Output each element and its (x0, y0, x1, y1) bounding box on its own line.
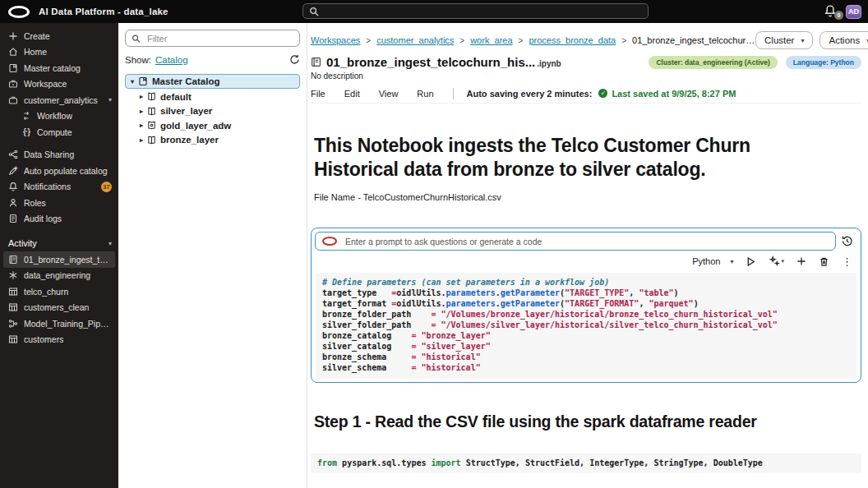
notebook-description: No description (311, 71, 861, 81)
trash-icon (819, 256, 829, 267)
notebook-title-row: 01_bronze_ingest_telcochurn_his... .ipyn… (311, 55, 861, 69)
table-icon (8, 302, 18, 312)
home-icon (8, 47, 18, 57)
notebook-extension: .ipynb (537, 59, 561, 69)
import-code-cell[interactable]: from pyspark.sql.types import StructType… (311, 453, 861, 474)
catalog-filter[interactable] (125, 30, 300, 47)
sidebar-item-data-sharing[interactable]: Data Sharing (0, 147, 118, 163)
sidebar-item-workflow[interactable]: Workflow (0, 108, 118, 125)
app-title: AI Data Platform - data_lake (39, 7, 169, 16)
generate-code-button[interactable]: ▾ (769, 256, 784, 267)
assistant-logo-icon (322, 237, 337, 246)
sidebar-item-create[interactable]: Create (0, 28, 118, 44)
briefcase-icon (8, 79, 18, 89)
cell-more-menu-button[interactable]: ⋮ (842, 256, 852, 267)
activity-item-customers-clean[interactable]: customers_clean (0, 300, 118, 316)
language-badge: Language: Python (786, 56, 861, 69)
global-search-input[interactable] (324, 6, 642, 17)
chevron-down-icon: ▾ (781, 258, 784, 265)
sidebar-item-roles[interactable]: Roles (0, 195, 118, 211)
notebook-icon (8, 255, 18, 265)
sidebar-item-home[interactable]: Home (0, 44, 118, 61)
catalog-show-link[interactable]: Catalog (155, 55, 188, 65)
autosave-label: Auto saving every 2 minutes: (467, 89, 593, 99)
delete-cell-button[interactable] (819, 256, 829, 267)
sidebar-item-audit-logs[interactable]: Audit logs (0, 211, 118, 228)
chevron-down-icon: ▾ (108, 240, 112, 247)
tree-node-default[interactable]: ▸ default (125, 90, 300, 104)
notebook-title: 01_bronze_ingest_telcochurn_his... (326, 55, 535, 69)
tree-node-silver-layer[interactable]: ▸ silver_layer (125, 105, 300, 118)
wand-icon (8, 166, 18, 176)
breadcrumb-workspaces[interactable]: Workspaces (311, 35, 360, 45)
avatar[interactable]: AD (846, 5, 861, 19)
menu-divider (453, 88, 454, 99)
cell-code[interactable]: # Define parameters (can set parameters … (316, 273, 856, 378)
notifications-count-badge: 37 (101, 182, 112, 192)
actions-dropdown-button[interactable]: Actions ▾ (820, 31, 868, 49)
cluster-dropdown-button[interactable]: Cluster ▾ (755, 31, 813, 49)
notebook-badges: Cluster: data_engineering (Active) Langu… (649, 56, 861, 69)
sidebar-item-workspace[interactable]: Workspace (0, 76, 118, 93)
play-icon (746, 256, 756, 267)
run-cell-button[interactable] (746, 256, 756, 267)
menu-edit[interactable]: Edit (344, 89, 360, 99)
history-button[interactable] (836, 235, 857, 247)
sidebar-item-auto-populate-catalog[interactable]: Auto populate catalog (0, 163, 118, 179)
briefcase-icon (8, 95, 18, 105)
person-icon (8, 198, 18, 208)
caret-right-icon[interactable]: ▸ (140, 122, 143, 129)
table-icon (8, 334, 18, 344)
sidebar-item-compute[interactable]: {·} Compute (0, 124, 118, 140)
tree-node-master-catalog[interactable]: ▾ Master Catalog (125, 74, 300, 89)
sidebar-section-activity[interactable]: Activity ▾ (0, 235, 118, 251)
catalog-panel: Show: Catalog ▾ Master Catalog ▸ default… (118, 23, 307, 488)
refresh-button[interactable] (289, 54, 300, 65)
chevron-down-icon: ▾ (730, 258, 733, 265)
breadcrumb-row: Workspaces > customer_analytics > work_a… (311, 30, 861, 51)
add-cell-button[interactable] (796, 256, 806, 266)
last-saved-text: Last saved at 9/9/25, 8:27 PM (612, 89, 736, 99)
global-search[interactable] (302, 3, 649, 19)
caret-down-icon[interactable]: ▾ (131, 78, 134, 85)
notebook-menu-bar: File Edit View Run Auto saving every 2 m… (311, 89, 861, 104)
spark-icon (8, 270, 18, 280)
caret-right-icon[interactable]: ▸ (140, 93, 143, 100)
tree-node-gold-layer-adw[interactable]: ▸ gold_layer_adw (125, 119, 300, 132)
refresh-icon (289, 54, 300, 65)
cell-toolbar: Python ▾ ▾ ⋮ (315, 251, 857, 272)
activity-item-customers[interactable]: customers (0, 332, 118, 348)
activity-item-model-training-pipeline[interactable]: Model_Training_Pipel... (0, 315, 118, 332)
plus-icon (796, 256, 806, 266)
bell-icon (8, 182, 18, 191)
menu-view[interactable]: View (379, 89, 399, 99)
book-icon (147, 136, 156, 145)
app-logo-icon (8, 6, 30, 18)
main-content: Workspaces > customer_analytics > work_a… (307, 23, 868, 488)
activity-item-notebook[interactable]: 01_bronze_ingest_tel... (3, 251, 115, 268)
tree-node-bronze-layer[interactable]: ▸ bronze_layer (125, 134, 300, 147)
bell-count-badge: 0 (834, 11, 843, 20)
activity-item-telco-churn[interactable]: telco_churn (0, 283, 118, 300)
screen: AI Data Platform - data_lake 0 AD Create… (0, 0, 868, 488)
menu-file[interactable]: File (311, 89, 326, 99)
book-icon (147, 92, 156, 101)
breadcrumb-current: 01_bronze_ingest_telcochurn... (632, 35, 755, 45)
breadcrumb-process-bronze-data[interactable]: process_bronze_data (529, 35, 616, 45)
catalog-filter-input[interactable] (145, 33, 293, 44)
ai-prompt-box[interactable] (315, 232, 836, 251)
ai-prompt-input[interactable] (344, 236, 829, 247)
show-label: Show: (125, 55, 151, 65)
caret-right-icon[interactable]: ▸ (140, 136, 143, 144)
breadcrumb-customer-analytics[interactable]: customer_analytics (376, 35, 454, 45)
notifications-bell-button[interactable]: 0 (824, 4, 838, 19)
menu-run[interactable]: Run (417, 89, 433, 99)
search-icon (132, 34, 141, 44)
sidebar-item-notifications[interactable]: Notifications 37 (0, 179, 118, 196)
sidebar-item-customer-analytics[interactable]: customer_analytics ▾ (0, 92, 118, 108)
language-select[interactable]: Python ▾ (692, 256, 733, 266)
breadcrumb-work-area[interactable]: work_area (470, 35, 512, 45)
sidebar-item-master-catalog[interactable]: Master catalog (0, 60, 118, 76)
caret-right-icon[interactable]: ▸ (140, 108, 143, 115)
activity-item-data-engineering[interactable]: data_engineering (0, 268, 118, 284)
